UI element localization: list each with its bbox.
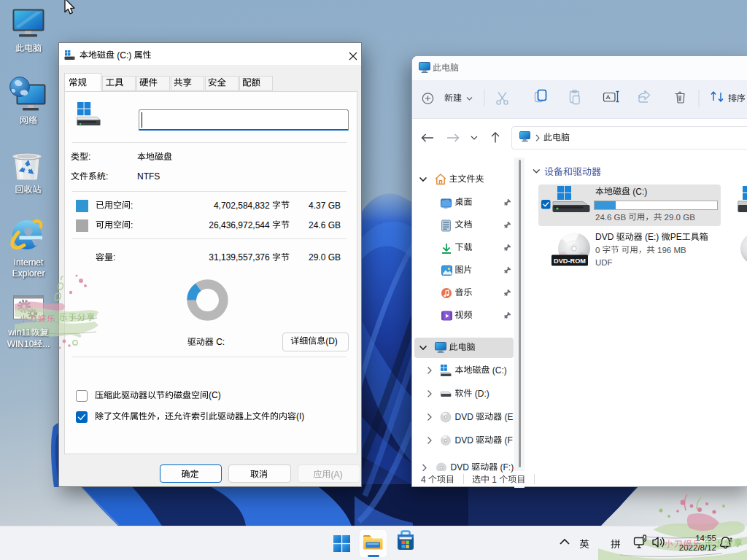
svg-text:DVD-ROM: DVD-ROM — [554, 257, 586, 265]
